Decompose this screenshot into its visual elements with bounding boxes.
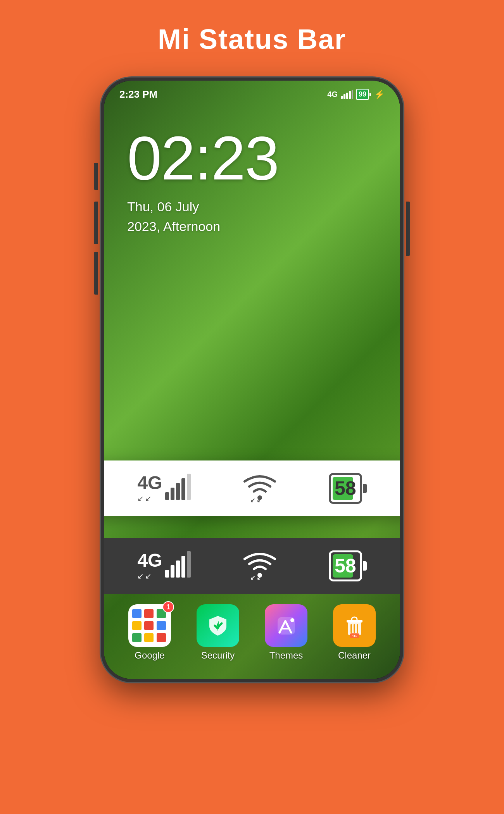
svg-rect-14 [357, 624, 358, 633]
g-dot-6 [157, 621, 166, 630]
svg-rect-15 [347, 620, 362, 623]
g-dot-9 [157, 633, 166, 642]
widget-white-bars [165, 474, 191, 500]
widget-white-battery: 58 [329, 473, 367, 504]
svg-text:↙  ↙: ↙ ↙ [250, 574, 262, 581]
svg-rect-3 [349, 91, 351, 99]
g-dot-4 [132, 621, 142, 630]
svg-rect-13 [354, 624, 355, 633]
shield-icon [206, 614, 230, 637]
status-battery-box: 99 [356, 89, 369, 100]
page-title: Mi Status Bar [0, 0, 504, 55]
volume-down-button [94, 202, 98, 244]
g-dot-1 [132, 609, 142, 618]
dock-icon-cleaner[interactable]: 1G Cleaner [333, 604, 376, 661]
signal-icon [341, 90, 353, 99]
status-widget-white: 4G ↙ ↙ [104, 460, 400, 516]
widget-white-battery-num: 58 [335, 477, 356, 500]
clock-time: 02:23 [127, 127, 400, 189]
widget-dark-battery-outer: 58 [329, 550, 362, 581]
phone-screen: 2:23 PM 4G 99 ⚡ [104, 81, 400, 679]
widget-dark-signal: 4G ↙ ↙ [137, 551, 191, 581]
svg-rect-4 [352, 90, 353, 99]
g-dot-5 [144, 621, 154, 630]
clock-date-line2: 2023, Afternoon [127, 217, 400, 236]
widget-white-signal: 4G ↙ ↙ [137, 474, 191, 503]
svg-text:↙  ↙: ↙ ↙ [250, 497, 262, 503]
cleaner-icon: 1G [333, 604, 376, 647]
widget-white-4g: 4G ↙ ↙ [137, 474, 162, 503]
status-battery: 99 [356, 89, 371, 100]
status-network: 4G [327, 90, 338, 99]
g-dot-7 [132, 633, 142, 642]
phone-mockup: 2:23 PM 4G 99 ⚡ [101, 78, 403, 698]
silent-button [94, 252, 98, 295]
google-badge: 1 [162, 601, 174, 613]
clock-area: 02:23 Thu, 06 July 2023, Afternoon [104, 127, 400, 236]
themes-icon [265, 604, 307, 647]
widget-white-battery-tip [363, 484, 367, 493]
themes-icon-svg [274, 613, 299, 638]
app-dock: 1 Google Security [104, 594, 400, 679]
power-button [406, 202, 410, 256]
g-dot-2 [144, 609, 154, 618]
security-icon [197, 604, 239, 647]
clock-date-line1: Thu, 06 July [127, 197, 400, 217]
volume-up-button [94, 163, 98, 190]
widget-dark-4g: 4G ↙ ↙ [137, 551, 162, 581]
status-bar: 2:23 PM 4G 99 ⚡ [119, 88, 385, 100]
status-time: 2:23 PM [119, 88, 157, 100]
charging-icon: ⚡ [374, 90, 385, 100]
widget-dark-bars [165, 551, 191, 578]
widget-white-wifi: ↙ ↙ [242, 472, 277, 505]
svg-rect-2 [346, 93, 348, 99]
phone-frame: 2:23 PM 4G 99 ⚡ [101, 78, 403, 682]
status-right-icons: 4G 99 ⚡ [327, 89, 385, 100]
widget-white-battery-outer: 58 [329, 473, 362, 504]
themes-label: Themes [269, 650, 303, 661]
security-label: Security [201, 650, 235, 661]
widget-dark-wifi: ↙ ↙ [242, 550, 277, 582]
widget-dark-battery: 58 [329, 550, 367, 581]
clock-date: Thu, 06 July 2023, Afternoon [127, 197, 400, 236]
cleaner-icon-svg: 1G [342, 613, 367, 638]
status-widget-dark: 4G ↙ ↙ [104, 538, 400, 594]
svg-rect-0 [341, 96, 343, 99]
dock-icon-google[interactable]: 1 Google [128, 604, 171, 661]
google-label: Google [135, 650, 164, 661]
widget-dark-battery-num: 58 [335, 555, 356, 577]
svg-rect-12 [350, 624, 352, 633]
cleaner-label: Cleaner [338, 650, 371, 661]
dock-icon-security[interactable]: Security [197, 604, 239, 661]
svg-text:1G: 1G [352, 634, 356, 638]
dock-icon-themes[interactable]: Themes [265, 604, 307, 661]
status-battery-tip [369, 93, 371, 96]
widget-dark-battery-tip [363, 561, 367, 571]
google-icon-wrapper: 1 [128, 604, 171, 647]
svg-rect-1 [343, 94, 345, 99]
g-dot-8 [144, 633, 154, 642]
